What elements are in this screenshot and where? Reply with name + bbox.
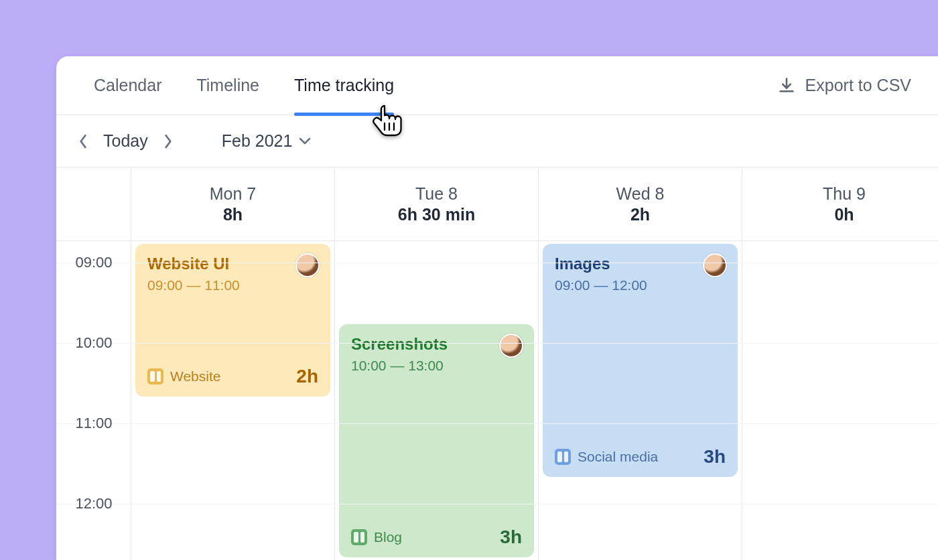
hour-line — [56, 343, 938, 344]
chevron-down-icon — [299, 137, 311, 146]
tab-time-tracking[interactable]: Time tracking — [277, 56, 411, 115]
hour-label: 12:00 — [56, 495, 131, 512]
prev-period-button[interactable] — [72, 131, 94, 152]
day-header: Tue 86h 30 min — [335, 167, 538, 241]
hour-label: 11:00 — [56, 415, 131, 432]
day-header: Wed 82h — [539, 167, 742, 241]
chevron-right-icon — [163, 134, 173, 149]
chevron-left-icon — [78, 134, 88, 149]
view-tabs: Calendar Timeline Time tracking Export t… — [56, 56, 938, 115]
download-icon — [777, 76, 796, 95]
day-header: Thu 90h — [742, 167, 938, 241]
month-label: Feb 2021 — [222, 131, 293, 151]
day-header: Mon 78h — [131, 167, 334, 241]
hour-line — [56, 504, 938, 504]
day-label: Wed 8 — [616, 184, 665, 204]
day-total: 2h — [630, 205, 650, 224]
date-toolbar: Today Feb 2021 — [56, 115, 938, 167]
export-csv-button[interactable]: Export to CSV — [770, 76, 918, 95]
hour-lines: 09:0010:0011:0012:00 — [56, 241, 938, 560]
day-label: Mon 7 — [210, 184, 256, 204]
month-picker[interactable]: Feb 2021 — [222, 131, 312, 151]
calendar-grid: Mon 78hWebsite UI09:00 — 11:00Website2hT… — [56, 167, 938, 560]
export-label: Export to CSV — [805, 76, 911, 95]
day-total: 8h — [223, 205, 243, 224]
day-total: 0h — [834, 205, 854, 224]
next-period-button[interactable] — [157, 131, 179, 152]
tab-calendar[interactable]: Calendar — [76, 56, 179, 115]
hour-label: 09:00 — [56, 254, 131, 271]
hour-label: 10:00 — [56, 334, 131, 352]
today-button[interactable]: Today — [98, 131, 153, 151]
day-label: Thu 9 — [823, 184, 866, 204]
day-total: 6h 30 min — [398, 205, 475, 224]
tab-timeline[interactable]: Timeline — [179, 56, 277, 115]
day-label: Tue 8 — [415, 184, 458, 204]
hour-line — [56, 263, 938, 263]
hour-line — [56, 423, 938, 424]
